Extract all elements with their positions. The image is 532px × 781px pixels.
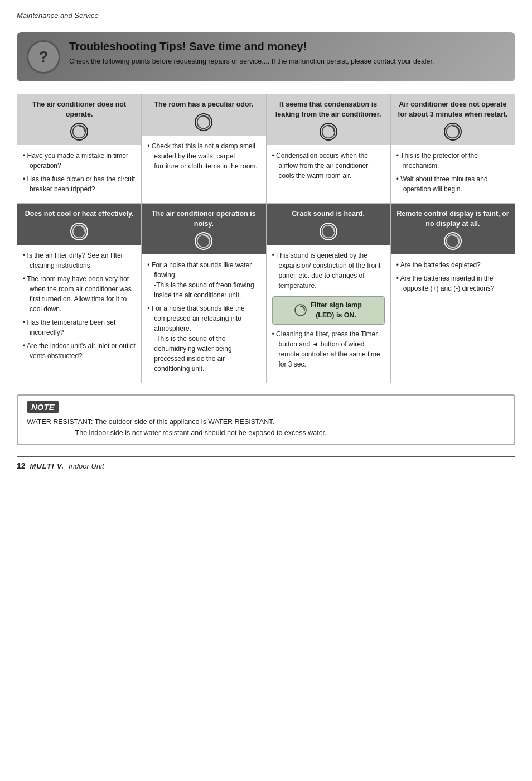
note-label: NOTE [27,401,59,413]
filter-lamp-box: Filter sign lamp(LED) is ON. [272,296,385,325]
table-cell-2-4: Remote control display is faint, or no d… [390,204,515,383]
header-section: ? Troubleshooting Tips! Save time and mo… [17,32,515,81]
list-item: Is the air filter dirty? See air filter … [23,250,136,271]
table-cell-2-1: Does not cool or heat effectively. Is th… [17,204,142,383]
lamp-icon [294,304,307,316]
list-item: Have you made a mistake in timer operati… [23,151,136,171]
footer: 12 MULTI V. Indoor Unit [17,456,515,470]
table-row: The air conditioner does not operate. Ha… [17,94,515,204]
list-item: Has the temperature been set incorrectly… [23,317,136,338]
cell-body: Condensation occurs when the airflow fro… [267,145,390,190]
list-item: The room may have been very hot when the… [23,274,136,314]
list-item: Are the indoor unit's air inlet or outle… [23,341,136,361]
cell-header-dark: Does not cool or heat effectively. [17,204,141,245]
spinning-icon [320,223,337,240]
list-item: Cleaning the filter, press the Timer but… [272,329,385,369]
page-section-label: Maintenance and Service [17,11,515,23]
cell-body: This is the protector of the mechanism. … [391,145,515,203]
cell-header-dark: Crack sound is heard. [267,204,390,245]
tip-heading: Troubleshooting Tips! Save time and mone… [69,40,434,53]
troubleshoot-table: The air conditioner does not operate. Ha… [17,94,515,383]
spinning-icon [195,232,212,250]
spinning-icon [70,123,88,141]
cell-body: For a noise that sounds like water flowi… [142,254,265,383]
cell-body: Are the batteries depleted? Are the batt… [391,254,515,302]
filter-lamp-icon: Filter sign lamp(LED) is ON. [277,300,380,321]
note-text: WATER RESISTANT: The outdoor side of thi… [27,416,505,438]
spinning-icon [195,113,212,131]
list-item: This is the protector of the mechanism. [396,151,509,171]
table-cell-1-3: It seems that condensation is leaking fr… [266,94,390,204]
cell-header: Air conditioner does not operate for abo… [391,94,515,145]
tip-description: Check the following points before reques… [69,56,434,67]
list-item: For a noise that sounds like water flowi… [147,260,260,300]
list-item: Check that this is not a damp smell exud… [147,141,260,171]
cell-header: The room has a peculiar odor. [142,94,265,136]
filter-lamp-label: Filter sign lamp(LED) is ON. [310,300,361,321]
list-item: Condensation occurs when the airflow fro… [272,151,385,181]
cell-header-dark: The air conditioner operation is noisy. [142,204,265,254]
spinning-icon [320,123,337,141]
question-icon: ? [27,40,60,74]
table-row: Does not cool or heat effectively. Is th… [17,204,515,383]
spinning-icon [444,123,462,141]
table-cell-2-2: The air conditioner operation is noisy. … [142,204,266,383]
spinning-icon [70,223,88,240]
cell-body: This sound is generated by the expansion… [267,245,390,379]
footer-brand: MULTI V. [30,462,64,470]
footer-page: 12 [17,461,26,470]
table-cell-1-4: Air conditioner does not operate for abo… [390,94,515,204]
cell-body: Is the air filter dirty? See air filter … [17,245,141,370]
list-item: This sound is generated by the expansion… [272,250,385,291]
cell-header: The air conditioner does not operate. [17,94,141,145]
cell-body: Check that this is not a damp smell exud… [142,136,265,180]
note-section: NOTE WATER RESISTANT: The outdoor side o… [17,394,515,445]
list-item: For a noise that sounds like the compres… [147,303,260,374]
spinning-icon [444,232,462,250]
cell-body: Have you made a mistake in timer operati… [17,145,141,203]
list-item: Are the batteries inserted in the opposi… [396,273,509,293]
table-cell-1-1: The air conditioner does not operate. Ha… [17,94,142,204]
table-cell-2-3: Crack sound is heard. This sound is gene… [266,204,390,383]
table-cell-1-2: The room has a peculiar odor. Check that… [142,94,266,204]
footer-subtitle: Indoor Unit [69,462,104,470]
list-item: Are the batteries depleted? [396,260,509,270]
header-text: Troubleshooting Tips! Save time and mone… [69,40,434,67]
list-item: Wait about three minutes and operation w… [396,174,509,194]
cell-header-dark: Remote control display is faint, or no d… [391,204,515,254]
list-item: Has the fuse blown or has the circuit br… [23,174,136,194]
cell-header: It seems that condensation is leaking fr… [267,94,390,145]
